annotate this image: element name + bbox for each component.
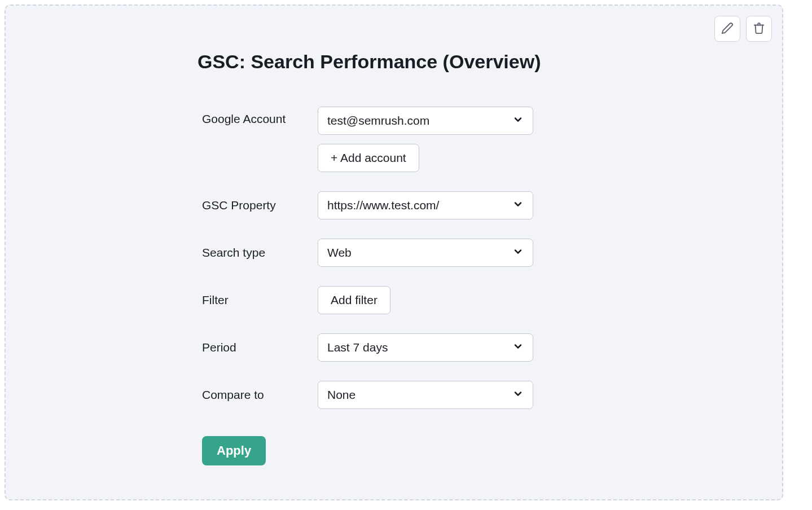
chevron-down-icon — [507, 199, 524, 212]
widget-action-bar — [714, 16, 772, 42]
google-account-value: test@semrush.com — [327, 114, 429, 128]
google-account-row: Google Account test@semrush.com + Add ac… — [202, 107, 586, 172]
edit-button[interactable] — [714, 16, 740, 42]
search-type-row: Search type Web — [202, 239, 586, 267]
period-label: Period — [202, 341, 318, 354]
compare-to-label: Compare to — [202, 388, 318, 402]
google-account-controls: test@semrush.com + Add account — [318, 107, 533, 172]
widget-container: GSC: Search Performance (Overview) Googl… — [5, 5, 783, 500]
chevron-down-icon — [507, 114, 524, 128]
compare-to-row: Compare to None — [202, 381, 586, 409]
filter-label: Filter — [202, 293, 318, 307]
compare-to-dropdown[interactable]: None — [318, 381, 533, 409]
apply-button[interactable]: Apply — [202, 436, 266, 465]
gsc-property-row: GSC Property https://www.test.com/ — [202, 191, 586, 219]
delete-button[interactable] — [746, 16, 772, 42]
gsc-property-label: GSC Property — [202, 199, 318, 212]
compare-to-value: None — [327, 388, 355, 402]
google-account-dropdown[interactable]: test@semrush.com — [318, 107, 533, 135]
search-type-value: Web — [327, 246, 352, 260]
pencil-icon — [721, 22, 734, 36]
add-account-button[interactable]: + Add account — [318, 144, 419, 172]
filter-row: Filter Add filter — [202, 286, 586, 314]
gsc-property-dropdown[interactable]: https://www.test.com/ — [318, 191, 533, 219]
chevron-down-icon — [507, 341, 524, 354]
add-filter-button[interactable]: Add filter — [318, 286, 390, 314]
apply-row: Apply — [202, 428, 586, 465]
widget-content: GSC: Search Performance (Overview) Googl… — [202, 51, 586, 465]
period-row: Period Last 7 days — [202, 333, 586, 362]
search-type-dropdown[interactable]: Web — [318, 239, 533, 267]
period-dropdown[interactable]: Last 7 days — [318, 333, 533, 362]
chevron-down-icon — [507, 246, 524, 260]
widget-title: GSC: Search Performance (Overview) — [197, 51, 586, 73]
config-form: Google Account test@semrush.com + Add ac… — [202, 107, 586, 465]
chevron-down-icon — [507, 388, 524, 402]
search-type-label: Search type — [202, 246, 318, 260]
gsc-property-value: https://www.test.com/ — [327, 199, 439, 212]
trash-icon — [753, 22, 765, 36]
period-value: Last 7 days — [327, 341, 388, 354]
google-account-label: Google Account — [202, 107, 318, 126]
